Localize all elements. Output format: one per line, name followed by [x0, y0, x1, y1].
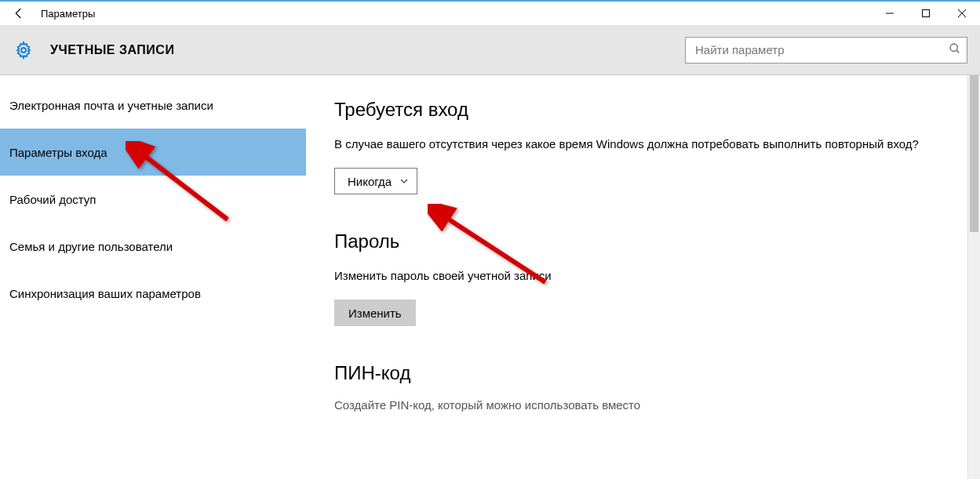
scrollbar-thumb[interactable] [970, 75, 978, 232]
section-desc-pin: Создайте PIN-код, который можно использо… [334, 398, 952, 412]
dropdown-value: Никогда [348, 175, 392, 188]
header: УЧЕТНЫЕ ЗАПИСИ [0, 25, 980, 75]
section-desc-password: Изменить пароль своей учетной записи [334, 267, 931, 285]
section-title-pin: ПИН-код [334, 362, 952, 384]
section-title-password: Пароль [334, 230, 952, 252]
page-title: УЧЕТНЫЕ ЗАПИСИ [50, 43, 174, 57]
sidebar-item-family-users[interactable]: Семья и другие пользователи [0, 223, 306, 270]
section-desc-signin-required: В случае вашего отсутствия через какое в… [334, 135, 931, 154]
window-title: Параметры [41, 8, 95, 20]
sidebar-item-email-accounts[interactable]: Электронная почта и учетные записи [0, 82, 306, 129]
back-button[interactable] [0, 2, 38, 25]
sidebar-item-label: Электронная почта и учетные записи [9, 99, 213, 112]
close-button[interactable] [944, 1, 980, 26]
section-title-signin-required: Требуется вход [334, 99, 952, 121]
button-label: Изменить [348, 307, 402, 320]
minimize-button[interactable] [872, 1, 908, 26]
window-controls [872, 1, 980, 26]
maximize-button[interactable] [908, 1, 944, 26]
scrollbar[interactable] [967, 75, 980, 479]
signin-timeout-dropdown[interactable]: Никогда [334, 168, 417, 194]
search-wrap [685, 37, 967, 64]
sidebar-item-label: Рабочий доступ [9, 193, 96, 206]
change-password-button[interactable]: Изменить [334, 299, 416, 326]
sidebar-item-label: Параметры входа [9, 146, 107, 159]
gear-icon [13, 39, 35, 61]
search-input[interactable] [685, 37, 967, 64]
sidebar: Электронная почта и учетные записи Парам… [0, 75, 306, 479]
sidebar-item-sync-settings[interactable]: Синхронизация ваших параметров [0, 270, 306, 317]
svg-point-4 [21, 48, 26, 53]
chevron-down-icon [399, 175, 409, 188]
sidebar-item-signin-options[interactable]: Параметры входа [0, 129, 306, 176]
titlebar: Параметры [0, 0, 980, 25]
sidebar-item-label: Семья и другие пользователи [9, 240, 173, 253]
sidebar-item-work-access[interactable]: Рабочий доступ [0, 176, 306, 223]
content: Требуется вход В случае вашего отсутстви… [306, 75, 980, 479]
sidebar-item-label: Синхронизация ваших параметров [9, 287, 201, 300]
svg-rect-1 [923, 10, 930, 17]
